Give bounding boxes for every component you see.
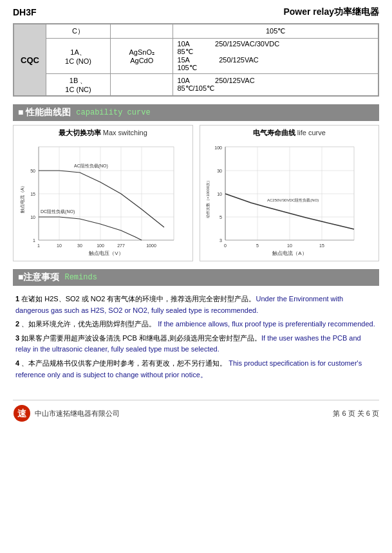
svg-text:1000: 1000 — [146, 243, 156, 248]
note-item-4: 4 、本产品规格书仅供客户使用时参考，若有更改，恕不另行通知。 This pro… — [15, 358, 377, 380]
page-number: 第 6 页 关 6 页 — [333, 409, 379, 418]
svg-text:5: 5 — [256, 243, 259, 248]
svg-text:277: 277 — [117, 243, 125, 248]
life-curve-svg-container: 3 5 10 30 100 0 5 10 15 AC250V/30VDC阻性负载… — [203, 140, 377, 258]
table-cell — [111, 74, 173, 96]
svg-text:DC阻性负载(NO): DC阻性负载(NO) — [41, 209, 75, 214]
capability-title-en: capability curve — [76, 108, 150, 117]
note-item-2: 2 、如果环境允许，优先选用防焊剂型产品。 If the ambience al… — [15, 319, 377, 330]
charts-container: 最大切换功率 Max switching — [13, 125, 379, 261]
notes-section-header: ■注意事项 Reminds — [13, 269, 379, 286]
page-header: DH3F Power relay功率继电器 — [13, 6, 379, 18]
svg-text:10: 10 — [217, 192, 222, 196]
table-cell: C） — [46, 24, 111, 39]
table-row: CQC C） 105℃ — [14, 24, 378, 39]
table-cell: 10A 250/125VAC/30VDC 85℃ 15A 250/125VAC … — [173, 39, 378, 74]
svg-text:30: 30 — [217, 169, 222, 173]
table-cell — [111, 24, 173, 39]
svg-text:触点电流（A）: 触点电流（A） — [272, 250, 306, 256]
notes-title-zh: ■注意事项 — [18, 272, 59, 283]
table-cell: 1B 、1C (NC) — [46, 74, 111, 96]
cqc-cell: CQC — [14, 24, 46, 96]
table-cell: 1A、1C (NO) — [46, 39, 111, 74]
note-item-3: 3 如果客户需要用超声波设备清洗 PCB 和继电器,则必须选用完全密封型产品。I… — [15, 333, 377, 355]
company-info: 速 中山市速拓继电器有限公司 — [13, 404, 120, 422]
svg-text:15: 15 — [319, 243, 324, 248]
svg-text:AC250V/30VDC阻性负载(NO): AC250V/30VDC阻性负载(NO) — [267, 198, 319, 202]
svg-text:10: 10 — [57, 243, 62, 248]
spec-table-container: CQC C） 105℃ 1A、1C (NO) AgSnO₂AgCdO 10A 2… — [13, 23, 379, 97]
table-cell: 105℃ — [173, 24, 378, 39]
life-curve-svg: 3 5 10 30 100 0 5 10 15 AC250V/30VDC阻性负载… — [203, 140, 370, 256]
svg-text:30: 30 — [77, 243, 82, 248]
table-row: 1B 、1C (NC) 10A 250/125VAC 85℃/105℃ — [14, 74, 378, 96]
svg-text:10: 10 — [287, 243, 292, 248]
max-switching-svg: 1 10 15 50 1 10 30 100 277 1000 AC阻性负载(N… — [16, 140, 183, 256]
product-code: DH3F — [13, 7, 37, 17]
max-switching-svg-container: 1 10 15 50 1 10 30 100 277 1000 AC阻性负载(N… — [16, 140, 190, 258]
svg-text:1: 1 — [33, 238, 35, 243]
svg-text:50: 50 — [30, 169, 35, 173]
svg-text:速: 速 — [17, 408, 27, 418]
svg-text:15: 15 — [30, 192, 35, 196]
note-item-1: 1 在诸如 H2S、SO2 或 NO2 有害气体的环境中，推荐选用完全密封型产品… — [15, 294, 377, 316]
product-title: Power relay功率继电器 — [283, 6, 379, 18]
life-curve-title: 电气寿命曲线 life curve — [203, 128, 377, 138]
svg-text:0: 0 — [224, 243, 227, 248]
svg-text:触点电流（A）: 触点电流（A） — [20, 183, 25, 214]
notes-title-en: Reminds — [64, 273, 97, 282]
svg-text:触点电压（V）: 触点电压（V） — [89, 250, 123, 256]
table-row: 1A、1C (NO) AgSnO₂AgCdO 10A 250/125VAC/30… — [14, 39, 378, 74]
notes-content: 1 在诸如 H2S、SO2 或 NO2 有害气体的环境中，推荐选用完全密封型产品… — [13, 290, 379, 387]
svg-text:3: 3 — [219, 238, 222, 243]
table-cell: AgSnO₂AgCdO — [111, 39, 173, 74]
company-logo-icon: 速 — [13, 404, 31, 422]
spec-table: CQC C） 105℃ 1A、1C (NO) AgSnO₂AgCdO 10A 2… — [14, 24, 378, 96]
max-switching-title: 最大切换功率 Max switching — [16, 128, 190, 138]
svg-text:5: 5 — [219, 215, 222, 220]
svg-text:100: 100 — [214, 145, 222, 150]
capability-title-zh: ■ 性能曲线图 — [18, 107, 71, 118]
company-name: 中山市速拓继电器有限公司 — [35, 409, 120, 418]
svg-text:1: 1 — [37, 243, 40, 248]
svg-text:动作次数（×10000次）: 动作次数（×10000次） — [206, 178, 210, 218]
svg-text:100: 100 — [97, 243, 104, 248]
table-cell: 10A 250/125VAC 85℃/105℃ — [173, 74, 378, 96]
page-footer: 速 中山市速拓继电器有限公司 第 6 页 关 6 页 — [13, 400, 379, 422]
capability-section-header: ■ 性能曲线图 capability curve — [13, 104, 379, 121]
life-curve-chart: 电气寿命曲线 life curve — [200, 125, 380, 261]
max-switching-chart: 最大切换功率 Max switching — [13, 125, 193, 261]
svg-text:AC阻性负载(NO): AC阻性负载(NO) — [74, 164, 108, 169]
svg-text:10: 10 — [30, 215, 35, 220]
